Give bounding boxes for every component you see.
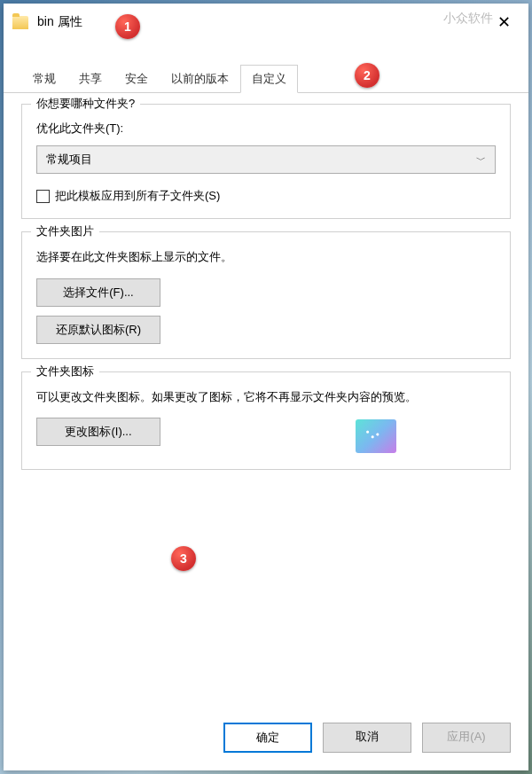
content-area: 你想要哪种文件夹? 优化此文件夹(T): 常规项目 ﹀ 把此模板应用到所有子文件… bbox=[4, 93, 528, 710]
tab-sharing[interactable]: 共享 bbox=[67, 65, 113, 93]
group-folder-type: 你想要哪种文件夹? 优化此文件夹(T): 常规项目 ﹀ 把此模板应用到所有子文件… bbox=[21, 104, 511, 219]
titlebar: bin 属性 小众软件 ✕ bbox=[4, 4, 528, 39]
group-folder-picture-legend: 文件夹图片 bbox=[31, 223, 99, 239]
folder-type-select[interactable]: 常规项目 ﹀ bbox=[36, 145, 496, 174]
group-folder-type-legend: 你想要哪种文件夹? bbox=[31, 96, 140, 112]
window-title: bin 属性 bbox=[37, 14, 489, 30]
watermark-text: 小众软件 bbox=[443, 11, 493, 27]
icon-preview bbox=[356, 419, 396, 453]
properties-dialog: bin 属性 小众软件 ✕ 1 2 3 常规 共享 安全 以前的版本 自定义 你… bbox=[4, 4, 528, 770]
group-folder-icon: 文件夹图标 可以更改文件夹图标。如果更改了图标，它将不再显示文件夹内容的预览。 … bbox=[21, 371, 511, 471]
folder-icon-description: 可以更改文件夹图标。如果更改了图标，它将不再显示文件夹内容的预览。 bbox=[36, 388, 496, 406]
callout-2: 2 bbox=[355, 63, 379, 88]
group-folder-picture: 文件夹图片 选择要在此文件夹图标上显示的文件。 选择文件(F)... 还原默认图… bbox=[21, 231, 511, 359]
group-folder-icon-legend: 文件夹图标 bbox=[31, 364, 99, 379]
ok-button[interactable]: 确定 bbox=[223, 723, 312, 753]
tab-customize[interactable]: 自定义 bbox=[240, 65, 298, 93]
close-button[interactable]: ✕ bbox=[489, 11, 520, 34]
folder-type-select-value: 常规项目 bbox=[46, 152, 92, 168]
callout-3: 3 bbox=[171, 546, 196, 571]
restore-default-button[interactable]: 还原默认图标(R) bbox=[36, 316, 160, 344]
apply-subfolders-checkbox[interactable] bbox=[36, 190, 50, 203]
folder-icon bbox=[12, 16, 28, 29]
callout-1: 1 bbox=[115, 14, 140, 39]
apply-button[interactable]: 应用(A) bbox=[422, 723, 511, 753]
select-file-button[interactable]: 选择文件(F)... bbox=[36, 278, 160, 307]
apply-subfolders-label: 把此模板应用到所有子文件夹(S) bbox=[55, 188, 220, 204]
tab-general[interactable]: 常规 bbox=[21, 65, 67, 93]
cancel-button[interactable]: 取消 bbox=[323, 723, 411, 753]
tab-previous-versions[interactable]: 以前的版本 bbox=[160, 65, 240, 93]
chevron-down-icon: ﹀ bbox=[476, 153, 486, 167]
optimize-label: 优化此文件夹(T): bbox=[36, 121, 496, 137]
change-icon-button[interactable]: 更改图标(I)... bbox=[36, 418, 160, 446]
dialog-footer: 确定 取消 应用(A) bbox=[4, 710, 528, 770]
tab-security[interactable]: 安全 bbox=[113, 65, 160, 93]
tab-strip: 常规 共享 安全 以前的版本 自定义 bbox=[4, 64, 528, 93]
apply-subfolders-row: 把此模板应用到所有子文件夹(S) bbox=[36, 188, 496, 204]
folder-picture-description: 选择要在此文件夹图标上显示的文件。 bbox=[36, 248, 496, 266]
icon-row: 更改图标(I)... bbox=[36, 418, 496, 455]
